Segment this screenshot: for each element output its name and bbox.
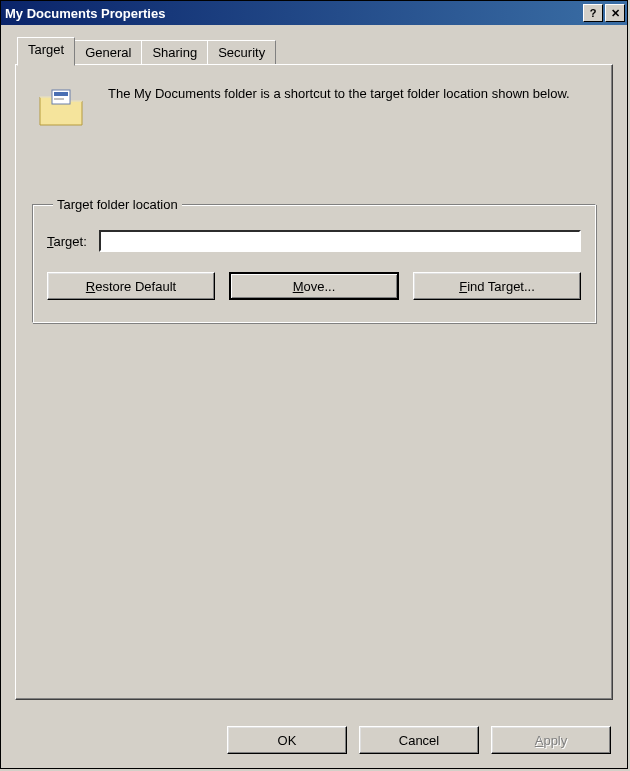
svg-marker-1 — [54, 92, 68, 96]
tab-sharing[interactable]: Sharing — [141, 40, 208, 64]
find-target-button[interactable]: Find Target... — [413, 272, 581, 300]
window-title: My Documents Properties — [5, 6, 583, 21]
help-button[interactable]: ? — [583, 4, 603, 22]
ok-button[interactable]: OK — [227, 726, 347, 754]
group-legend: Target folder location — [53, 197, 182, 212]
target-row: Target: — [47, 230, 581, 252]
dialog-footer: OK Cancel Apply — [1, 714, 627, 768]
tab-strip: Target General Sharing Security — [17, 37, 613, 64]
client-area: Target General Sharing Security The My D… — [1, 25, 627, 714]
cancel-button[interactable]: Cancel — [359, 726, 479, 754]
titlebar-buttons: ? ✕ — [583, 4, 625, 22]
folder-shortcut-icon — [38, 87, 86, 127]
target-label: Target: — [47, 234, 87, 249]
group-button-row: Restore Default Move... Find Target... — [47, 272, 581, 300]
info-row: The My Documents folder is a shortcut to… — [32, 83, 596, 127]
target-input[interactable] — [99, 230, 581, 252]
info-text: The My Documents folder is a shortcut to… — [108, 83, 570, 103]
tab-general[interactable]: General — [74, 40, 142, 64]
properties-dialog: My Documents Properties ? ✕ Target Gener… — [0, 0, 628, 769]
close-button[interactable]: ✕ — [605, 4, 625, 22]
tab-panel-target: The My Documents folder is a shortcut to… — [15, 64, 613, 700]
tab-target[interactable]: Target — [17, 37, 75, 66]
restore-default-button[interactable]: Restore Default — [47, 272, 215, 300]
apply-button[interactable]: Apply — [491, 726, 611, 754]
target-folder-group: Target folder location Target: Restore D… — [32, 197, 596, 323]
title-bar: My Documents Properties ? ✕ — [1, 1, 627, 25]
tab-security[interactable]: Security — [207, 40, 276, 64]
svg-marker-2 — [54, 98, 64, 100]
move-button[interactable]: Move... — [229, 272, 399, 300]
